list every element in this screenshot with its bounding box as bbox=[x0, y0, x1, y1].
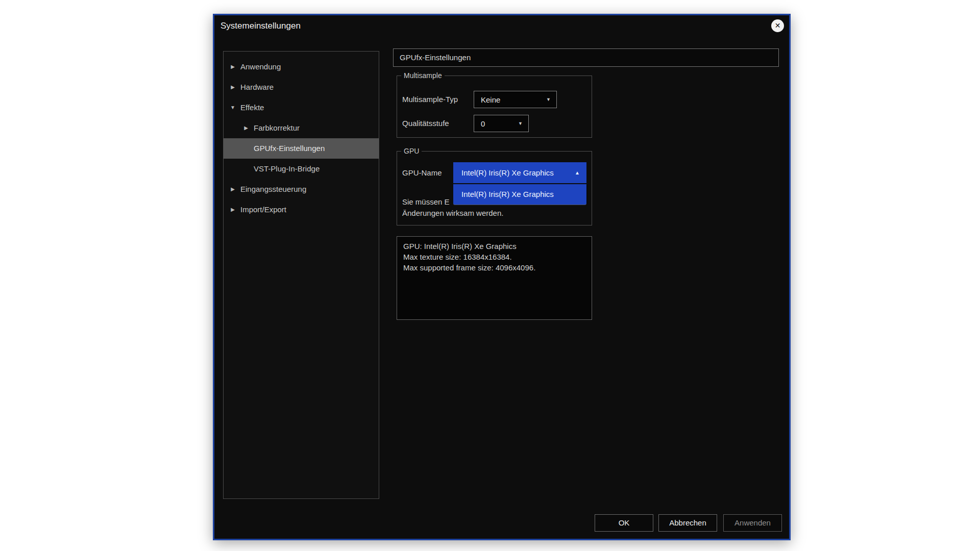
chevron-down-icon: ▼ bbox=[546, 97, 551, 102]
gpu-info-line: Max supported frame size: 4096x4096. bbox=[403, 262, 585, 273]
chevron-right-icon[interactable]: ▶ bbox=[229, 77, 236, 97]
gpu-info-line: GPU: Intel(R) Iris(R) Xe Graphics bbox=[403, 241, 585, 252]
sidebar-item-label: GPUfx-Einstellungen bbox=[254, 144, 325, 153]
gpu-name-dropdown-list: Intel(R) Iris(R) Xe Graphics bbox=[453, 184, 586, 205]
close-icon[interactable]: ✕ bbox=[771, 19, 784, 32]
sidebar-item-vst-plug-in-bridge[interactable]: VST-Plug-In-Bridge bbox=[224, 159, 379, 179]
sidebar-item-farbkorrektur[interactable]: ▶ Farbkorrektur bbox=[224, 118, 379, 138]
chevron-down-icon: ▼ bbox=[518, 121, 523, 126]
title-bar: Systemeinstellungen ✕ bbox=[214, 15, 789, 37]
chevron-right-icon[interactable]: ▶ bbox=[229, 199, 236, 220]
sidebar-item-label: Anwendung bbox=[240, 62, 281, 71]
multisample-type-value: Keine bbox=[481, 91, 500, 108]
sidebar-item-label: Farbkorrektur bbox=[254, 123, 300, 132]
sidebar-item-effekte[interactable]: ▼ Effekte bbox=[224, 97, 379, 118]
gpu-group-legend: GPU bbox=[401, 147, 422, 155]
sidebar-item-label: Hardware bbox=[240, 83, 274, 91]
gpu-name-select[interactable]: Intel(R) Iris(R) Xe Graphics ▲ bbox=[453, 162, 586, 183]
quality-level-value: 0 bbox=[481, 115, 485, 132]
system-settings-dialog: Systemeinstellungen ✕ ▶ Anwendung ▶ Hard… bbox=[213, 14, 791, 540]
page-title: GPUfx-Einstellungen bbox=[393, 48, 779, 67]
quality-level-label: Qualitätsstufe bbox=[402, 115, 449, 132]
multisample-type-label: Multisample-Typ bbox=[402, 91, 458, 108]
ok-button[interactable]: OK bbox=[595, 514, 653, 532]
restart-note-line2: Änderungen wirksam werden. bbox=[402, 208, 587, 219]
chevron-down-icon[interactable]: ▼ bbox=[229, 97, 236, 118]
gpu-name-value: Intel(R) Iris(R) Xe Graphics bbox=[461, 162, 554, 183]
apply-button: Anwenden bbox=[723, 514, 782, 532]
multisample-group-legend: Multisample bbox=[401, 71, 445, 80]
cancel-button[interactable]: Abbrechen bbox=[658, 514, 717, 532]
gpu-name-option[interactable]: Intel(R) Iris(R) Xe Graphics bbox=[453, 184, 586, 205]
chevron-right-icon[interactable]: ▶ bbox=[229, 57, 236, 77]
chevron-up-icon: ▲ bbox=[575, 170, 580, 176]
gpu-group: GPU GPU-Name Intel(R) Iris(R) Xe Graphic… bbox=[397, 151, 592, 226]
sidebar-item-gpufx-einstellungen[interactable]: GPUfx-Einstellungen bbox=[224, 138, 379, 159]
sidebar-item-hardware[interactable]: ▶ Hardware bbox=[224, 77, 379, 97]
quality-level-select[interactable]: 0 ▼ bbox=[474, 115, 529, 132]
dialog-title: Systemeinstellungen bbox=[220, 15, 301, 37]
sidebar-item-label: Import/Export bbox=[240, 205, 286, 214]
sidebar-item-eingangssteuerung[interactable]: ▶ Eingangssteuerung bbox=[224, 179, 379, 199]
gpu-name-label: GPU-Name bbox=[402, 162, 442, 183]
sidebar-item-import-export[interactable]: ▶ Import/Export bbox=[224, 199, 379, 220]
chevron-right-icon[interactable]: ▶ bbox=[242, 118, 250, 138]
multisample-type-select[interactable]: Keine ▼ bbox=[474, 91, 557, 108]
sidebar-item-label: VST-Plug-In-Bridge bbox=[254, 164, 320, 173]
sidebar-item-label: Effekte bbox=[240, 103, 264, 112]
settings-tree: ▶ Anwendung ▶ Hardware ▼ Effekte ▶ Farbk… bbox=[223, 51, 379, 499]
sidebar-item-label: Eingangssteuerung bbox=[240, 185, 306, 193]
gpu-info-box: GPU: Intel(R) Iris(R) Xe Graphics Max te… bbox=[397, 236, 592, 320]
gpu-info-line: Max texture size: 16384x16384. bbox=[403, 252, 585, 262]
chevron-right-icon[interactable]: ▶ bbox=[229, 179, 236, 199]
sidebar-item-anwendung[interactable]: ▶ Anwendung bbox=[224, 57, 379, 77]
multisample-group: Multisample Multisample-Typ Keine ▼ Qual… bbox=[397, 76, 592, 138]
